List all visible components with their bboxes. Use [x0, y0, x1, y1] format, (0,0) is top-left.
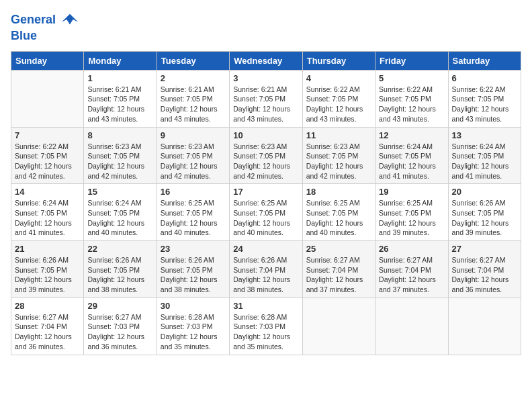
day-info: Sunrise: 6:21 AM Sunset: 7:05 PM Dayligh…: [87, 85, 152, 124]
calendar-cell: 9Sunrise: 6:23 AM Sunset: 7:05 PM Daylig…: [157, 127, 229, 184]
week-row-5: 28Sunrise: 6:27 AM Sunset: 7:04 PM Dayli…: [11, 298, 521, 355]
day-number: 1: [87, 73, 152, 83]
calendar-cell: [375, 298, 448, 355]
day-info: Sunrise: 6:23 AM Sunset: 7:05 PM Dayligh…: [306, 142, 371, 181]
day-number: 9: [161, 130, 226, 140]
calendar-cell: 16Sunrise: 6:25 AM Sunset: 7:05 PM Dayli…: [157, 184, 229, 241]
column-header-tuesday: Tuesday: [157, 51, 229, 70]
day-info: Sunrise: 6:25 AM Sunset: 7:05 PM Dayligh…: [161, 198, 226, 238]
day-number: 31: [233, 301, 298, 311]
day-info: Sunrise: 6:22 AM Sunset: 7:05 PM Dayligh…: [15, 142, 80, 181]
day-info: Sunrise: 6:24 AM Sunset: 7:05 PM Dayligh…: [379, 142, 444, 181]
day-info: Sunrise: 6:26 AM Sunset: 7:05 PM Dayligh…: [15, 255, 80, 295]
day-number: 6: [452, 73, 517, 83]
calendar-cell: 11Sunrise: 6:23 AM Sunset: 7:05 PM Dayli…: [302, 127, 375, 184]
column-header-thursday: Thursday: [302, 51, 375, 70]
day-info: Sunrise: 6:23 AM Sunset: 7:05 PM Dayligh…: [233, 142, 298, 181]
day-info: Sunrise: 6:28 AM Sunset: 7:03 PM Dayligh…: [233, 312, 298, 352]
calendar-header: SundayMondayTuesdayWednesdayThursdayFrid…: [11, 51, 521, 70]
calendar-cell: [302, 298, 375, 355]
day-info: Sunrise: 6:23 AM Sunset: 7:05 PM Dayligh…: [161, 142, 226, 181]
day-number: 11: [306, 130, 371, 140]
day-number: 5: [379, 73, 444, 83]
day-info: Sunrise: 6:21 AM Sunset: 7:05 PM Dayligh…: [233, 85, 298, 124]
logo-blue: Blue: [11, 29, 37, 42]
calendar-cell: 26Sunrise: 6:27 AM Sunset: 7:04 PM Dayli…: [375, 241, 448, 298]
day-number: 26: [379, 244, 444, 254]
calendar-cell: 6Sunrise: 6:22 AM Sunset: 7:05 PM Daylig…: [448, 70, 521, 127]
week-row-2: 7Sunrise: 6:22 AM Sunset: 7:05 PM Daylig…: [11, 127, 521, 184]
day-number: 10: [233, 130, 298, 140]
calendar-cell: 12Sunrise: 6:24 AM Sunset: 7:05 PM Dayli…: [375, 127, 448, 184]
column-header-wednesday: Wednesday: [230, 51, 302, 70]
calendar-cell: 27Sunrise: 6:27 AM Sunset: 7:04 PM Dayli…: [448, 241, 521, 298]
day-info: Sunrise: 6:25 AM Sunset: 7:05 PM Dayligh…: [233, 198, 298, 238]
day-info: Sunrise: 6:27 AM Sunset: 7:04 PM Dayligh…: [452, 255, 517, 295]
logo-general: General: [11, 13, 56, 26]
week-row-3: 14Sunrise: 6:24 AM Sunset: 7:05 PM Dayli…: [11, 184, 521, 241]
day-number: 20: [452, 187, 517, 197]
column-header-monday: Monday: [84, 51, 157, 70]
day-number: 4: [306, 73, 371, 83]
calendar-cell: 28Sunrise: 6:27 AM Sunset: 7:04 PM Dayli…: [11, 298, 84, 355]
day-info: Sunrise: 6:27 AM Sunset: 7:03 PM Dayligh…: [87, 312, 152, 352]
calendar-cell: [448, 298, 521, 355]
calendar-cell: 23Sunrise: 6:26 AM Sunset: 7:05 PM Dayli…: [157, 241, 229, 298]
calendar-cell: 21Sunrise: 6:26 AM Sunset: 7:05 PM Dayli…: [11, 241, 84, 298]
day-number: 7: [15, 130, 80, 140]
day-info: Sunrise: 6:27 AM Sunset: 7:04 PM Dayligh…: [15, 312, 80, 352]
day-number: 8: [87, 130, 152, 140]
day-number: 14: [15, 187, 80, 197]
day-info: Sunrise: 6:27 AM Sunset: 7:04 PM Dayligh…: [306, 255, 371, 295]
calendar-cell: [11, 70, 84, 127]
day-number: 23: [161, 244, 226, 254]
logo-bird-icon: [60, 11, 79, 30]
calendar-cell: 22Sunrise: 6:26 AM Sunset: 7:05 PM Dayli…: [84, 241, 157, 298]
day-number: 19: [379, 187, 444, 197]
day-info: Sunrise: 6:25 AM Sunset: 7:05 PM Dayligh…: [379, 198, 444, 238]
header-row: SundayMondayTuesdayWednesdayThursdayFrid…: [11, 51, 521, 70]
day-info: Sunrise: 6:26 AM Sunset: 7:05 PM Dayligh…: [452, 198, 517, 238]
calendar-cell: 2Sunrise: 6:21 AM Sunset: 7:05 PM Daylig…: [157, 70, 229, 127]
calendar-cell: 14Sunrise: 6:24 AM Sunset: 7:05 PM Dayli…: [11, 184, 84, 241]
calendar-cell: 29Sunrise: 6:27 AM Sunset: 7:03 PM Dayli…: [84, 298, 157, 355]
calendar-cell: 15Sunrise: 6:24 AM Sunset: 7:05 PM Dayli…: [84, 184, 157, 241]
day-info: Sunrise: 6:24 AM Sunset: 7:05 PM Dayligh…: [15, 198, 80, 238]
day-info: Sunrise: 6:24 AM Sunset: 7:05 PM Dayligh…: [452, 142, 517, 181]
column-header-friday: Friday: [375, 51, 448, 70]
day-info: Sunrise: 6:22 AM Sunset: 7:05 PM Dayligh…: [452, 85, 517, 124]
day-info: Sunrise: 6:28 AM Sunset: 7:03 PM Dayligh…: [161, 312, 226, 352]
day-number: 27: [452, 244, 517, 254]
day-info: Sunrise: 6:26 AM Sunset: 7:05 PM Dayligh…: [161, 255, 226, 295]
svg-marker-0: [62, 14, 78, 25]
day-number: 30: [161, 301, 226, 311]
calendar-cell: 25Sunrise: 6:27 AM Sunset: 7:04 PM Dayli…: [302, 241, 375, 298]
day-info: Sunrise: 6:25 AM Sunset: 7:05 PM Dayligh…: [306, 198, 371, 238]
day-number: 15: [87, 187, 152, 197]
day-number: 22: [87, 244, 152, 254]
day-number: 12: [379, 130, 444, 140]
calendar-cell: 24Sunrise: 6:26 AM Sunset: 7:04 PM Dayli…: [230, 241, 302, 298]
day-number: 3: [233, 73, 298, 83]
day-number: 17: [233, 187, 298, 197]
calendar-cell: 30Sunrise: 6:28 AM Sunset: 7:03 PM Dayli…: [157, 298, 229, 355]
column-header-sunday: Sunday: [11, 51, 84, 70]
calendar-cell: 5Sunrise: 6:22 AM Sunset: 7:05 PM Daylig…: [375, 70, 448, 127]
day-number: 16: [161, 187, 226, 197]
calendar-cell: 8Sunrise: 6:23 AM Sunset: 7:05 PM Daylig…: [84, 127, 157, 184]
page-header: General Blue: [11, 11, 521, 43]
day-number: 13: [452, 130, 517, 140]
day-info: Sunrise: 6:21 AM Sunset: 7:05 PM Dayligh…: [161, 85, 226, 124]
calendar-body: 1Sunrise: 6:21 AM Sunset: 7:05 PM Daylig…: [11, 70, 521, 355]
calendar-cell: 17Sunrise: 6:25 AM Sunset: 7:05 PM Dayli…: [230, 184, 302, 241]
calendar-cell: 1Sunrise: 6:21 AM Sunset: 7:05 PM Daylig…: [84, 70, 157, 127]
day-info: Sunrise: 6:22 AM Sunset: 7:05 PM Dayligh…: [379, 85, 444, 124]
day-number: 2: [161, 73, 226, 83]
column-header-saturday: Saturday: [448, 51, 521, 70]
day-info: Sunrise: 6:22 AM Sunset: 7:05 PM Dayligh…: [306, 85, 371, 124]
day-number: 29: [87, 301, 152, 311]
calendar-cell: 13Sunrise: 6:24 AM Sunset: 7:05 PM Dayli…: [448, 127, 521, 184]
day-number: 24: [233, 244, 298, 254]
calendar-cell: 31Sunrise: 6:28 AM Sunset: 7:03 PM Dayli…: [230, 298, 302, 355]
day-info: Sunrise: 6:23 AM Sunset: 7:05 PM Dayligh…: [87, 142, 152, 181]
